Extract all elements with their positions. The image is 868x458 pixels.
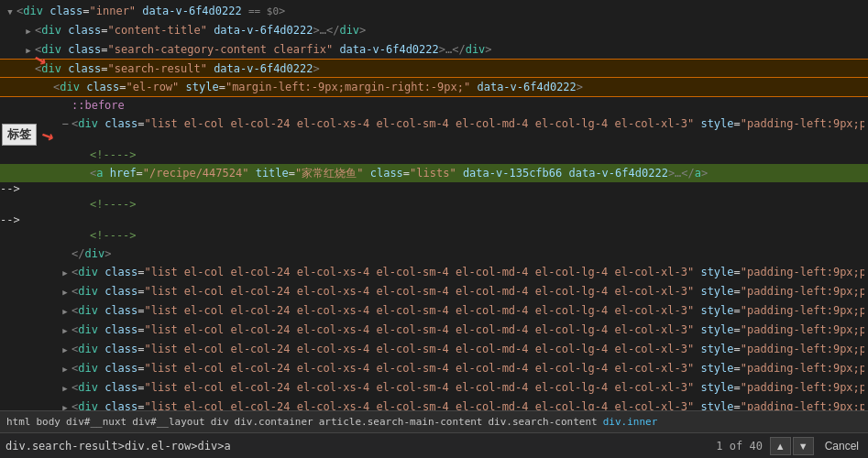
tree-line[interactable]: <div class="list el-col el-col-24 el-col… — [0, 378, 868, 398]
line-content: <a href="/recipe/447524" title="家常红烧鱼" c… — [90, 165, 864, 181]
tree-line[interactable]: <div class="search-result" data-v-6f4d02… — [0, 60, 868, 78]
tree-line[interactable]: <div class="list el-col el-col-24 el-col… — [0, 282, 868, 301]
search-nav-up-button[interactable]: ▲ — [770, 437, 791, 455]
line-content: <div class="list el-col el-col-24 el-col… — [71, 302, 864, 319]
line-content: <div class="inner" data-v-6f4d0222 == $0… — [16, 3, 864, 20]
line-content: <div class="list el-col el-col-24 el-col… — [71, 322, 864, 338]
toggle-collapse-icon[interactable] — [59, 283, 71, 300]
toggle-minus-icon[interactable]: − — [59, 115, 71, 132]
line-content: <div class="content-title" data-v-6f4d02… — [35, 22, 864, 38]
line-content: <div class="list el-col el-col-24 el-col… — [71, 360, 864, 376]
breadcrumb-article[interactable]: article.search-main-content — [316, 416, 486, 428]
tree-line[interactable]: <!----> — [0, 226, 868, 245]
toggle-collapse-icon[interactable] — [59, 322, 71, 339]
toggle-collapse-icon[interactable] — [59, 341, 71, 358]
breadcrumb-body[interactable]: body — [34, 416, 64, 428]
devtools-panel: → → 标签 <div class="inner" data-v-6f4d022… — [0, 0, 868, 458]
tree-line[interactable]: <div class="search-category-content clea… — [0, 40, 868, 60]
line-content: <div class="list el-col el-col-24 el-col… — [71, 379, 864, 396]
breadcrumb-bar: html body div#__nuxt div#__layout div di… — [0, 410, 868, 432]
tree-line[interactable]: <div class="list el-col el-col-24 el-col… — [0, 321, 868, 340]
toggle-collapse-icon[interactable] — [22, 22, 35, 39]
breadcrumb-layout[interactable]: div#__layout — [129, 416, 207, 428]
breadcrumb-nuxt[interactable]: div#__nuxt — [63, 416, 129, 428]
line-content: <div class="el-row" style="margin-left:-… — [53, 79, 864, 95]
search-bar: div.search-result>div.el-row>div>a 1 of … — [0, 432, 868, 458]
tree-line[interactable]: <!----> — [0, 195, 868, 213]
tree-line[interactable]: <!----> — [0, 146, 868, 164]
breadcrumb-div[interactable]: div — [208, 416, 232, 428]
breadcrumb-container[interactable]: div.container — [232, 416, 316, 428]
toggle-collapse-icon[interactable] — [59, 264, 71, 281]
search-path: div.search-result>div.el-row>div>a — [5, 440, 709, 453]
search-nav-down-button[interactable]: ▼ — [793, 437, 814, 455]
tree-line[interactable]: <div class="list el-col el-col-24 el-col… — [0, 340, 868, 359]
toggle-expand-icon[interactable] — [4, 3, 16, 20]
tree-line[interactable]: </div> — [0, 245, 868, 263]
line-content: <!----> — [90, 147, 864, 163]
tree-line[interactable]: ::before — [0, 96, 868, 114]
line-content: </div> — [71, 245, 864, 262]
breadcrumb-inner[interactable]: div.inner — [600, 416, 661, 428]
toggle-collapse-icon[interactable] — [59, 398, 71, 410]
line-content: ::before — [71, 97, 864, 114]
tree-line[interactable]: − <div class="list el-col el-col-24 el-c… — [0, 114, 868, 133]
breadcrumb-search-content[interactable]: div.search-content — [486, 416, 600, 428]
line-content: <div class="list el-col el-col-24 el-col… — [71, 341, 864, 357]
line-content: <div class="list el-col el-col-24 el-col… — [71, 398, 864, 410]
cancel-button[interactable]: Cancel — [821, 439, 863, 453]
dom-tree[interactable]: → → 标签 <div class="inner" data-v-6f4d022… — [0, 0, 868, 410]
line-content: <div class="list el-col el-col-24 el-col… — [71, 115, 864, 132]
tree-line[interactable]: <div class="list el-col el-col-24 el-col… — [0, 263, 868, 282]
line-content: <!----> — [90, 196, 864, 213]
search-count: 1 of 40 — [716, 440, 763, 453]
tree-line[interactable]: <div class="list el-col el-col-24 el-col… — [0, 398, 868, 410]
tree-line[interactable]: <div class="list el-col el-col-24 el-col… — [0, 359, 868, 378]
toggle-collapse-icon[interactable] — [59, 360, 71, 377]
tree-line[interactable]: <div class="inner" data-v-6f4d0222 == $0… — [0, 2, 868, 21]
line-content: <div class="search-result" data-v-6f4d02… — [35, 60, 864, 77]
tree-line[interactable]: <a href="/recipe/447524" title="家常红烧鱼" c… — [0, 164, 868, 182]
line-content: <div class="list el-col el-col-24 el-col… — [71, 283, 864, 300]
toggle-collapse-icon[interactable] — [59, 302, 71, 320]
tree-line[interactable]: <div class="content-title" data-v-6f4d02… — [0, 21, 868, 40]
tree-line[interactable]: <div class="list el-col el-col-24 el-col… — [0, 301, 868, 321]
line-content: <!----> — [90, 227, 864, 244]
toggle-collapse-icon[interactable] — [59, 379, 71, 397]
line-content: <div class="list el-col el-col-24 el-col… — [71, 264, 864, 280]
line-content: <div class="search-category-content clea… — [35, 41, 864, 58]
toggle-collapse-icon[interactable] — [22, 41, 35, 59]
tree-line[interactable]: <div class="el-row" style="margin-left:-… — [0, 78, 868, 96]
search-nav: ▲ ▼ — [770, 437, 814, 455]
breadcrumb-html[interactable]: html — [4, 416, 34, 428]
